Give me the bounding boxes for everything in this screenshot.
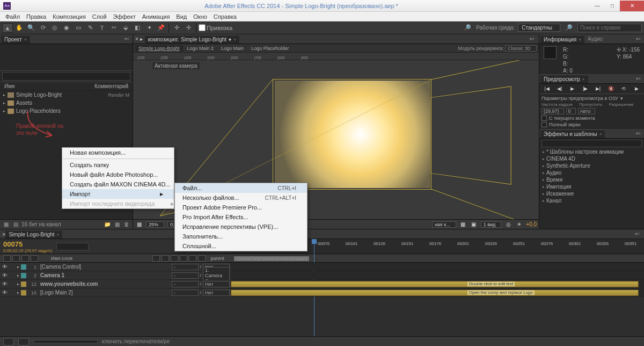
exposure-value[interactable]: +0,0: [526, 221, 537, 227]
last-frame-button[interactable]: ▶|: [594, 85, 602, 92]
shy-icon[interactable]: [152, 255, 160, 262]
timeline-menu[interactable]: ▾≡: [633, 232, 642, 236]
bits-icon[interactable]: ▤: [12, 221, 19, 228]
fx-category[interactable]: ▸* Шаблоны настроек анимации: [539, 148, 644, 155]
brush-tool[interactable]: ✏: [108, 23, 119, 33]
comp-panel-menu[interactable]: ▾≡: [528, 37, 537, 41]
close-button[interactable]: ✕: [620, 1, 644, 11]
fps-dropdown[interactable]: (29,97): [541, 108, 564, 114]
preview-menu[interactable]: ▾≡: [634, 76, 643, 81]
roto-tool[interactable]: ✦: [144, 23, 155, 33]
project-bits[interactable]: 16 бит на канал: [21, 221, 61, 227]
layer-row[interactable]: 👁▸1[Camera Control]-/Нет: [0, 263, 644, 271]
fx-category[interactable]: ▸Канал: [539, 197, 644, 204]
fx-category[interactable]: ▸Аудио: [539, 169, 644, 176]
fx-icon[interactable]: [162, 255, 169, 262]
hand-tool[interactable]: ✋: [14, 23, 25, 33]
res-dropdown[interactable]: Авто: [578, 108, 596, 114]
menu-Композиция[interactable]: Композиция: [49, 13, 89, 20]
context-menu-item[interactable]: Файл...CTRL+I: [175, 183, 307, 193]
first-frame-button[interactable]: |◀: [543, 85, 551, 92]
eraser-tool[interactable]: ◧: [132, 23, 143, 33]
context-menu-item[interactable]: Исправление перспективы (VPE)...: [175, 222, 307, 232]
eye-col-icon[interactable]: [3, 255, 11, 262]
aa-icon[interactable]: [189, 255, 196, 262]
effects-tab[interactable]: Эффекты и шаблоны×: [540, 129, 605, 138]
toggle-modes-button[interactable]: [18, 338, 29, 345]
selection-tool[interactable]: ▲: [2, 23, 13, 33]
timecode[interactable]: 00075: [3, 240, 52, 248]
menu-Справка[interactable]: Справка: [210, 13, 240, 20]
text-tool[interactable]: T: [97, 23, 107, 33]
layer-row[interactable]: 👁▸16[Logo Main 2]-/НетOpen the comp and …: [0, 289, 644, 297]
fx-menu[interactable]: ▾≡: [634, 131, 643, 136]
fx-category[interactable]: ▸Synthetic Aperture: [539, 162, 644, 169]
context-menu-item[interactable]: Сплошной...: [175, 241, 307, 251]
ram-preview-button[interactable]: ▶: [632, 85, 641, 92]
preview-tab[interactable]: Предпросмотр×: [540, 75, 588, 83]
camera-tool[interactable]: ◎: [49, 23, 60, 33]
timeline-search[interactable]: [56, 243, 89, 250]
from-current-checkbox[interactable]: [541, 116, 547, 121]
view-count-dd[interactable]: 1 вид: [481, 221, 502, 228]
search-icon[interactable]: 🔎: [462, 23, 473, 33]
fx-category[interactable]: ▸Имитация: [539, 183, 644, 190]
axis-tool2[interactable]: ✢: [183, 23, 194, 33]
skip-dropdown[interactable]: 0: [566, 108, 576, 114]
workspace-dropdown[interactable]: Стандартны: [518, 24, 560, 32]
minimize-button[interactable]: —: [590, 1, 605, 11]
context-menu-item[interactable]: Импорт последнего видеоряда▶: [62, 199, 174, 208]
fx-search-input[interactable]: [541, 140, 642, 147]
menu-Эффект[interactable]: Эффект: [110, 13, 139, 20]
3d-icon[interactable]: [198, 255, 206, 262]
new-comp-icon[interactable]: ▦: [113, 221, 121, 228]
info-tab[interactable]: Информация×: [540, 35, 584, 44]
help-search-input[interactable]: [580, 25, 639, 31]
stamp-tool[interactable]: ⬙: [120, 23, 131, 33]
fx-category[interactable]: ▸Время: [539, 176, 644, 183]
mask-icon[interactable]: ▣: [470, 221, 478, 228]
project-item[interactable]: ▸Assets: [0, 99, 133, 107]
mb-icon[interactable]: [180, 255, 187, 262]
new-folder-icon[interactable]: 📁: [104, 221, 111, 228]
context-menu-item[interactable]: Проект Adobe Premiere Pro...: [175, 203, 307, 212]
fullscreen-checkbox[interactable]: [541, 122, 547, 127]
speaker-col-icon[interactable]: [12, 255, 20, 262]
zoom-tool[interactable]: 🔍: [26, 23, 36, 33]
context-menu-item[interactable]: Создать папку: [62, 160, 174, 170]
menu-Вид[interactable]: Вид: [173, 13, 190, 20]
project-col-name[interactable]: Имя: [4, 83, 14, 89]
menu-Правка[interactable]: Правка: [23, 13, 49, 20]
exp-icon[interactable]: ☀: [515, 221, 523, 228]
panel-menu-icon[interactable]: ▾≡: [122, 37, 131, 41]
lock-col-icon[interactable]: [31, 255, 38, 262]
context-menu-item[interactable]: Импорт▶: [62, 189, 174, 199]
comp-subtab[interactable]: Logo Placeholder: [248, 45, 292, 52]
project-item[interactable]: ▸Logo Placeholders: [0, 107, 133, 115]
pen-tool[interactable]: ✎: [85, 23, 96, 33]
comp-subtab[interactable]: Logo Main: [218, 45, 247, 52]
solo-col-icon[interactable]: [21, 255, 29, 262]
menu-Слой[interactable]: Слой: [89, 13, 110, 20]
puppet-tool[interactable]: 📌: [156, 23, 166, 33]
fx-category[interactable]: ▸CINEMA 4D: [539, 155, 644, 162]
next-frame-button[interactable]: |▶: [581, 85, 590, 92]
pan-behind-tool[interactable]: ◉: [61, 23, 72, 33]
project-search-input[interactable]: [2, 72, 130, 81]
loop-button[interactable]: ⟲: [619, 85, 628, 92]
context-menu-item[interactable]: Заполнитель...: [175, 232, 307, 241]
mute-button[interactable]: 🔇: [606, 85, 615, 92]
project-tab[interactable]: Проект×: [1, 35, 30, 44]
menu-Анимация[interactable]: Анимация: [139, 13, 173, 20]
grid-icon[interactable]: ▦: [459, 221, 467, 228]
view-dd1[interactable]: ная к...: [432, 221, 456, 228]
snap-checkbox[interactable]: [199, 24, 206, 31]
project-item[interactable]: ▸Simple Logo-BrightRender M: [0, 91, 133, 99]
comp-tab[interactable]: композиция: Simple Logo-Bright ▾ ×: [145, 35, 239, 44]
cam-icon[interactable]: ◎: [504, 221, 512, 228]
menu-Окно[interactable]: Окно: [190, 13, 210, 20]
context-menu-item[interactable]: Несколько файлов...CTRL+ALT+I: [175, 193, 307, 203]
prev-frame-button[interactable]: ◀|: [555, 85, 564, 92]
audio-tab[interactable]: Аудио: [584, 35, 606, 43]
layer-row[interactable]: 👁▸2Camera 1-/1. Camera Cc: [0, 271, 644, 280]
